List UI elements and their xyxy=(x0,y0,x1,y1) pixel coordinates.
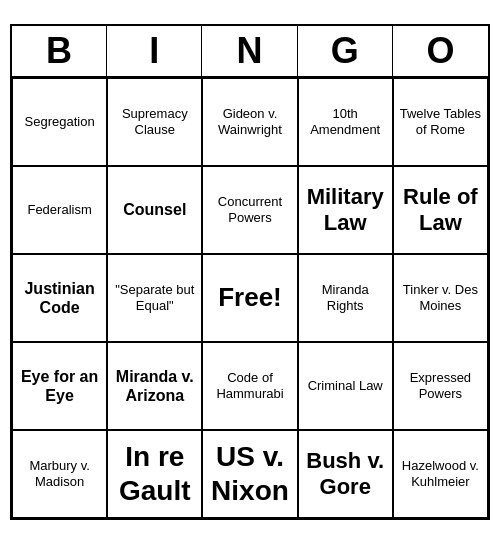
cell-text: US v. Nixon xyxy=(207,440,292,507)
cell-text: Miranda Rights xyxy=(303,282,388,313)
cell-text: Concurrent Powers xyxy=(207,194,292,225)
bingo-cell: In re Gault xyxy=(107,430,202,518)
cell-text: Bush v. Gore xyxy=(303,448,388,501)
cell-text: Justinian Code xyxy=(17,279,102,317)
bingo-cell: Twelve Tables of Rome xyxy=(393,78,488,166)
bingo-card: BINGO SegregationSupremacy ClauseGideon … xyxy=(10,24,490,520)
cell-text: Eye for an Eye xyxy=(17,367,102,405)
bingo-header: BINGO xyxy=(12,26,488,78)
cell-text: Tinker v. Des Moines xyxy=(398,282,483,313)
bingo-cell: Segregation xyxy=(12,78,107,166)
cell-text: Hazelwood v. Kuhlmeier xyxy=(398,458,483,489)
bingo-cell: Military Law xyxy=(298,166,393,254)
cell-text: Twelve Tables of Rome xyxy=(398,106,483,137)
header-letter: I xyxy=(107,26,202,76)
cell-text: Military Law xyxy=(303,184,388,237)
bingo-cell: Criminal Law xyxy=(298,342,393,430)
bingo-cell: Miranda v. Arizona xyxy=(107,342,202,430)
cell-text: Supremacy Clause xyxy=(112,106,197,137)
header-letter: B xyxy=(12,26,107,76)
bingo-cell: Code of Hammurabi xyxy=(202,342,297,430)
bingo-grid: SegregationSupremacy ClauseGideon v. Wai… xyxy=(12,78,488,518)
bingo-cell: Gideon v. Wainwright xyxy=(202,78,297,166)
bingo-cell: Bush v. Gore xyxy=(298,430,393,518)
bingo-cell: US v. Nixon xyxy=(202,430,297,518)
header-letter: G xyxy=(298,26,393,76)
cell-text: Counsel xyxy=(123,200,186,219)
cell-text: Expressed Powers xyxy=(398,370,483,401)
bingo-cell: "Separate but Equal" xyxy=(107,254,202,342)
bingo-cell: Expressed Powers xyxy=(393,342,488,430)
bingo-cell: Tinker v. Des Moines xyxy=(393,254,488,342)
bingo-cell: Justinian Code xyxy=(12,254,107,342)
cell-text: "Separate but Equal" xyxy=(112,282,197,313)
bingo-cell: Counsel xyxy=(107,166,202,254)
bingo-cell: Marbury v. Madison xyxy=(12,430,107,518)
bingo-cell: Miranda Rights xyxy=(298,254,393,342)
bingo-cell: Rule of Law xyxy=(393,166,488,254)
cell-text: Rule of Law xyxy=(398,184,483,237)
cell-text: Gideon v. Wainwright xyxy=(207,106,292,137)
cell-text: Segregation xyxy=(25,114,95,130)
bingo-cell: Free! xyxy=(202,254,297,342)
bingo-cell: 10th Amendment xyxy=(298,78,393,166)
header-letter: N xyxy=(202,26,297,76)
bingo-cell: Federalism xyxy=(12,166,107,254)
bingo-cell: Hazelwood v. Kuhlmeier xyxy=(393,430,488,518)
cell-text: 10th Amendment xyxy=(303,106,388,137)
cell-text: Code of Hammurabi xyxy=(207,370,292,401)
bingo-cell: Concurrent Powers xyxy=(202,166,297,254)
cell-text: Free! xyxy=(218,282,282,313)
bingo-cell: Supremacy Clause xyxy=(107,78,202,166)
bingo-cell: Eye for an Eye xyxy=(12,342,107,430)
header-letter: O xyxy=(393,26,488,76)
cell-text: Marbury v. Madison xyxy=(17,458,102,489)
cell-text: In re Gault xyxy=(112,440,197,507)
cell-text: Federalism xyxy=(27,202,91,218)
cell-text: Criminal Law xyxy=(308,378,383,394)
cell-text: Miranda v. Arizona xyxy=(112,367,197,405)
